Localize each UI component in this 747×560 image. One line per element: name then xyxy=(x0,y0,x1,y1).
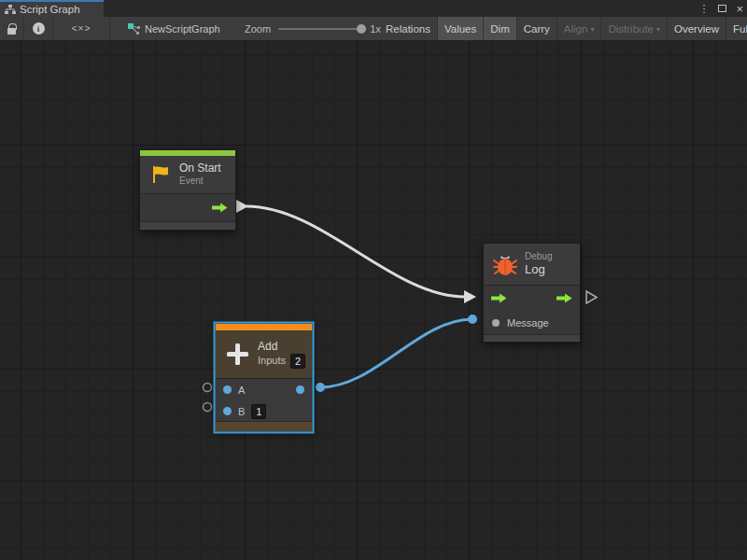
info-button[interactable]: i xyxy=(24,17,53,40)
flow-output-port[interactable] xyxy=(557,293,572,303)
script-graph-asset-icon xyxy=(127,22,140,35)
code-icon: <×> xyxy=(72,23,92,34)
dim-button[interactable]: Dim xyxy=(484,17,516,40)
graph-breadcrumb[interactable]: NewScriptGraph xyxy=(127,17,220,40)
zoom-label: Zoom xyxy=(245,23,271,35)
align-button[interactable]: Align ▾ xyxy=(557,17,602,40)
zoom-slider-handle[interactable] xyxy=(357,24,366,34)
node-add[interactable]: Add Inputs 2 A B 1 xyxy=(215,323,313,432)
node-footer xyxy=(484,334,580,342)
graph-canvas[interactable]: On Start Event xyxy=(0,41,747,560)
carry-button[interactable]: Carry xyxy=(517,17,557,40)
port-b-label: B xyxy=(238,406,245,417)
wire-layer xyxy=(0,41,747,560)
flow-input-port[interactable] xyxy=(491,293,507,303)
value-wire-add-to-message[interactable] xyxy=(320,319,472,387)
edit-source-button[interactable]: <×> xyxy=(53,17,110,40)
maximize-icon[interactable] xyxy=(718,5,726,12)
value-input-ring-b[interactable] xyxy=(204,403,212,412)
value-input-ring-a[interactable] xyxy=(204,384,212,392)
node-debug-log[interactable]: Debug Log Message xyxy=(483,243,581,343)
node-title: Log xyxy=(525,262,552,277)
control-input-arrow-log[interactable] xyxy=(464,290,476,303)
graph-name-label: NewScriptGraph xyxy=(145,23,220,35)
node-footer xyxy=(216,421,312,431)
port-b-value-field[interactable]: 1 xyxy=(251,404,266,419)
chevron-down-icon: ▾ xyxy=(590,25,594,34)
value-output-dot-add[interactable] xyxy=(316,383,325,392)
warning-color-bar xyxy=(216,324,312,330)
overview-button[interactable]: Overview xyxy=(668,17,726,40)
tab-script-graph[interactable]: Script Graph xyxy=(0,0,104,17)
bug-icon xyxy=(493,253,517,276)
port-a-label: A xyxy=(238,385,245,396)
inputs-count-field[interactable]: 2 xyxy=(290,354,305,369)
message-port-label: Message xyxy=(507,317,549,329)
window-menu-icon[interactable]: ⋮ xyxy=(698,4,709,14)
lock-button[interactable] xyxy=(0,17,24,40)
relations-button[interactable]: Relations xyxy=(379,17,438,40)
control-wire-onstart-to-log[interactable] xyxy=(247,206,465,297)
node-footer xyxy=(140,221,235,230)
value-input-port-b[interactable] xyxy=(223,407,232,415)
script-graph-icon xyxy=(5,4,16,15)
control-output-arrow-unconnected[interactable] xyxy=(586,291,597,303)
inputs-label: Inputs xyxy=(258,355,286,368)
node-title: On Start xyxy=(179,161,221,175)
control-output-arrow-onstart[interactable] xyxy=(236,200,248,213)
info-icon: i xyxy=(33,22,45,35)
node-on-start[interactable]: On Start Event xyxy=(139,149,236,231)
distribute-button[interactable]: Distribute ▾ xyxy=(601,17,668,40)
flow-output-port[interactable] xyxy=(212,203,228,213)
toolbar-buttons: Relations Values Dim Carry Align ▾ Distr… xyxy=(379,17,747,40)
plus-icon xyxy=(225,342,250,367)
flag-icon xyxy=(149,163,172,186)
value-output-port[interactable] xyxy=(296,385,304,394)
node-title: Add xyxy=(258,340,305,354)
close-icon[interactable]: × xyxy=(736,3,743,15)
full-screen-button[interactable]: Full Screen xyxy=(726,17,747,40)
zoom-slider[interactable] xyxy=(278,28,362,30)
lock-icon xyxy=(7,28,16,35)
value-input-port-a[interactable] xyxy=(223,385,232,394)
values-button[interactable]: Values xyxy=(438,17,484,40)
chevron-down-icon: ▾ xyxy=(656,25,660,34)
message-input-port[interactable] xyxy=(492,319,500,327)
node-group-label: Debug xyxy=(525,251,552,263)
graph-toolbar: i <×> NewScriptGraph Zoom 1x Relations xyxy=(0,17,747,41)
tab-title: Script Graph xyxy=(20,4,80,15)
node-subtitle: Event xyxy=(179,175,221,188)
value-input-dot-message[interactable] xyxy=(468,315,477,324)
title-bar: Script Graph ⋮ × xyxy=(0,0,747,17)
